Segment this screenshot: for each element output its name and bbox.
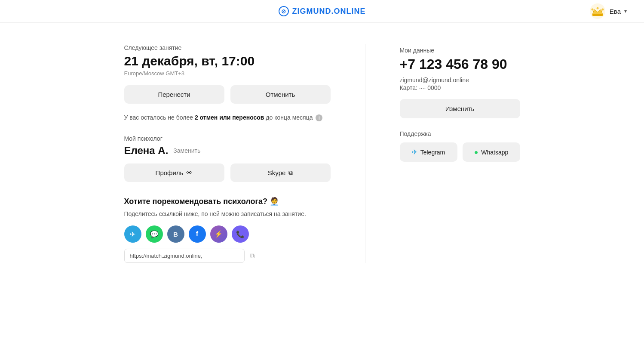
whatsapp-support-button[interactable]: ● Whatsapp xyxy=(463,142,520,162)
skype-button[interactable]: Skype ⧉ xyxy=(230,163,331,182)
copy-icon: ⧉ xyxy=(288,169,293,176)
support-label: Поддержка xyxy=(400,130,520,137)
recommend-title: Хотите порекомендовать психолога? 🧑‍💼 xyxy=(124,197,331,206)
cancel-button[interactable]: Отменить xyxy=(230,85,331,104)
next-session-date: 21 декабря, вт, 17:00 xyxy=(124,54,331,68)
whatsapp-icon: ● xyxy=(474,148,478,156)
eye-icon: 👁 xyxy=(186,169,193,176)
share-whatsapp-icon[interactable]: 💬 xyxy=(146,225,163,243)
support-buttons: ✈ Telegram ● Whatsapp xyxy=(400,142,520,162)
chevron-down-icon: ▾ xyxy=(624,8,627,14)
phone-number: +7 123 456 78 90 xyxy=(400,56,520,72)
svg-point-3 xyxy=(596,7,598,9)
skype-label: Skype xyxy=(268,169,286,176)
telegram-label: Telegram xyxy=(420,149,445,156)
user-menu[interactable]: Ева ▾ xyxy=(589,3,627,20)
card-info: Карта: ···· 0000 xyxy=(400,84,520,91)
profile-action-buttons: Профиль 👁 Skype ⧉ xyxy=(124,163,331,182)
svg-point-4 xyxy=(601,9,604,11)
cancellation-note: У вас осталось не более 2 отмен или пере… xyxy=(124,113,331,122)
share-messenger-icon[interactable]: ⚡ xyxy=(210,225,227,243)
psychologist-name: Елена А. xyxy=(124,145,169,157)
email: zigmund@zigmund.online xyxy=(400,77,520,83)
main-content: Следующее занятие 21 декабря, вт, 17:00 … xyxy=(0,23,644,284)
cancellation-bold: 2 отмен или переносов xyxy=(195,114,264,121)
psychologist-row: Елена А. Заменить xyxy=(124,145,331,157)
timezone: Europe/Moscow GMT+3 xyxy=(124,70,331,77)
profile-button[interactable]: Профиль 👁 xyxy=(124,163,224,182)
share-vk-icon[interactable]: В xyxy=(167,225,184,243)
site-logo: ⊘ ZIGMUND.ONLINE xyxy=(279,6,366,16)
reschedule-button[interactable]: Перенести xyxy=(124,85,224,104)
left-panel: Следующее занятие 21 декабря, вт, 17:00 … xyxy=(124,44,331,263)
recommend-desc: Поделитесь ссылкой ниже, по ней можно за… xyxy=(124,210,331,219)
copy-link-button[interactable]: ⧉ xyxy=(248,250,256,262)
share-telegram-icon[interactable]: ✈ xyxy=(124,225,141,243)
logo-text: ZIGMUND.ONLINE xyxy=(292,7,366,16)
my-data-label: Мои данные xyxy=(400,47,520,54)
whatsapp-label: Whatsapp xyxy=(481,149,508,156)
psychologist-label: Мой психолог xyxy=(124,135,331,142)
svg-point-2 xyxy=(591,9,593,11)
next-session-label: Следующее занятие xyxy=(124,44,331,51)
share-viber-icon[interactable]: 📞 xyxy=(232,225,249,243)
profile-label: Профиль xyxy=(156,169,184,176)
replace-psychologist-link[interactable]: Заменить xyxy=(173,147,200,154)
header: ⊘ ZIGMUND.ONLINE Ева ▾ xyxy=(0,0,644,23)
share-icons-row: ✈ 💬 В f ⚡ 📞 xyxy=(124,225,331,243)
svg-point-0 xyxy=(590,3,605,19)
share-link-input[interactable] xyxy=(124,249,245,263)
user-avatar-icon xyxy=(589,3,606,20)
telegram-support-button[interactable]: ✈ Telegram xyxy=(400,142,457,162)
svg-rect-5 xyxy=(592,14,603,16)
telegram-icon: ✈ xyxy=(412,148,417,156)
cancellation-note-text: У вас осталось не более 2 отмен или пере… xyxy=(124,114,313,121)
logo-icon: ⊘ xyxy=(279,6,289,16)
edit-data-button[interactable]: Изменить xyxy=(400,99,520,118)
panel-divider xyxy=(365,44,365,263)
session-action-buttons: Перенести Отменить xyxy=(124,85,331,104)
share-facebook-icon[interactable]: f xyxy=(189,225,206,243)
share-link-row: ⧉ xyxy=(124,249,331,263)
info-icon[interactable]: i xyxy=(316,114,322,121)
right-panel: Мои данные +7 123 456 78 90 zigmund@zigm… xyxy=(400,44,520,263)
user-name: Ева xyxy=(610,8,621,15)
